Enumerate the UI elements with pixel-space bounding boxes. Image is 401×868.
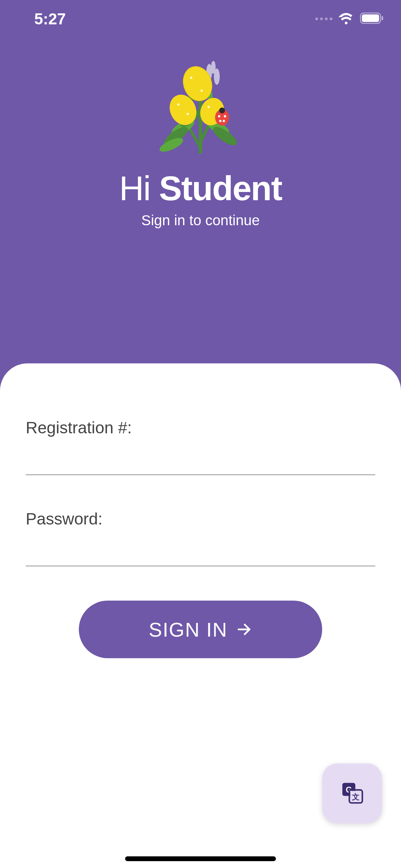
status-icons <box>315 12 384 26</box>
svg-point-26 <box>218 115 220 118</box>
svg-point-20 <box>177 104 180 106</box>
svg-point-18 <box>200 89 203 92</box>
svg-point-27 <box>224 115 226 118</box>
registration-label: Registration #: <box>26 418 375 437</box>
svg-point-29 <box>223 120 225 122</box>
greeting-prefix: Hi <box>119 169 159 207</box>
greeting-name: Student <box>159 169 282 207</box>
registration-input[interactable] <box>26 447 375 475</box>
translate-button[interactable]: G 文 <box>322 763 382 823</box>
arrow-right-icon <box>236 621 252 638</box>
svg-point-14 <box>211 61 216 74</box>
header-section: Hi Student Sign in to continue <box>0 28 401 229</box>
svg-point-25 <box>219 108 225 113</box>
password-label: Password: <box>26 509 375 528</box>
translate-icon: G 文 <box>340 781 364 806</box>
password-input[interactable] <box>26 539 375 566</box>
svg-point-21 <box>186 113 189 115</box>
status-bar: 5:27 <box>0 0 401 28</box>
cellular-signal-icon <box>315 17 332 20</box>
svg-text:文: 文 <box>352 792 360 801</box>
app-logo <box>142 49 259 165</box>
signin-button[interactable]: SIGN IN <box>79 601 322 658</box>
svg-point-17 <box>190 77 192 79</box>
svg-rect-1 <box>362 14 379 22</box>
wifi-icon <box>338 12 354 26</box>
registration-field: Registration #: <box>26 418 375 475</box>
greeting-subtitle: Sign in to continue <box>141 212 260 229</box>
password-field: Password: <box>26 509 375 566</box>
svg-point-23 <box>207 106 210 108</box>
svg-point-28 <box>219 120 221 122</box>
status-time: 5:27 <box>34 10 66 28</box>
greeting-title: Hi Student <box>119 169 282 208</box>
battery-icon <box>360 12 384 25</box>
signin-button-label: SIGN IN <box>149 618 228 641</box>
home-indicator[interactable] <box>125 856 276 861</box>
svg-rect-2 <box>381 16 383 20</box>
